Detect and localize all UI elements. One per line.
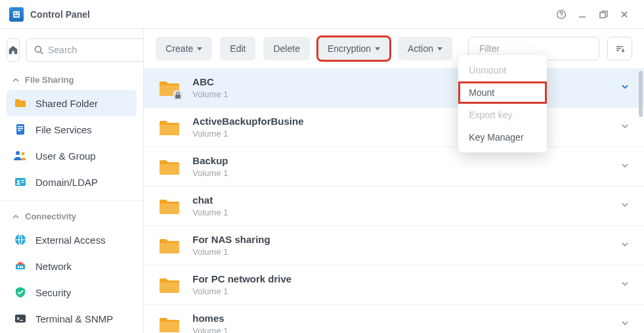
- scrollbar[interactable]: [639, 71, 643, 117]
- chevron-down-icon: [375, 47, 380, 51]
- folder-icon: [158, 118, 181, 137]
- folder-name: chat: [192, 194, 620, 206]
- filter-input[interactable]: [479, 43, 594, 54]
- folder-icon: [158, 315, 181, 334]
- folder-icon: [158, 79, 181, 97]
- id-icon: [13, 175, 28, 189]
- list-item[interactable]: For PC network drive Volume 1: [144, 265, 644, 305]
- svg-rect-12: [18, 130, 21, 131]
- svg-rect-1: [14, 12, 16, 14]
- chevron-up-icon: [12, 213, 20, 221]
- folder-icon: [158, 276, 181, 294]
- svg-point-16: [17, 180, 20, 183]
- svg-point-8: [35, 47, 41, 53]
- search-input[interactable]: [48, 45, 144, 55]
- chevron-down-icon[interactable]: [620, 279, 630, 290]
- sidebar-item-domain-ldap[interactable]: Domain/LDAP: [7, 169, 137, 195]
- svg-rect-25: [20, 320, 23, 321]
- section-connectivity[interactable]: Connectivity: [7, 206, 137, 227]
- sidebar-item-label: Terminal & SNMP: [35, 313, 113, 324]
- svg-point-14: [22, 152, 25, 156]
- folder-sub: Volume 1: [192, 168, 620, 178]
- chevron-down-icon[interactable]: [620, 200, 630, 211]
- section-file-sharing[interactable]: File Sharing: [7, 70, 137, 90]
- search-input-wrapper[interactable]: [26, 38, 144, 62]
- chevron-down-icon: [197, 47, 202, 51]
- minimize-button[interactable]: [572, 4, 593, 25]
- sidebar-item-terminal-snmp[interactable]: Terminal & SNMP: [7, 305, 137, 332]
- svg-rect-6: [579, 16, 586, 18]
- main-panel: Create Edit Delete Encryption Action: [144, 29, 644, 333]
- network-icon: [13, 259, 28, 273]
- svg-rect-9: [16, 124, 24, 135]
- menu-item-key-manager[interactable]: Key Manager: [458, 126, 547, 148]
- app-icon: [9, 7, 24, 22]
- toolbar: Create Edit Delete Encryption Action: [144, 29, 644, 68]
- window-title: Control Panel: [30, 9, 90, 20]
- folder-sub: Volume 1: [192, 286, 620, 296]
- sidebar-item-external-access[interactable]: External Access: [7, 227, 137, 253]
- menu-item-mount[interactable]: Mount: [458, 81, 547, 104]
- list-item[interactable]: ActiveBackupforBusine Volume 1: [144, 108, 644, 147]
- sidebar-item-security[interactable]: Security: [7, 279, 137, 305]
- chevron-down-icon[interactable]: [620, 240, 630, 251]
- edit-button[interactable]: Edit: [220, 37, 255, 60]
- folder-sub: Volume 1: [192, 208, 620, 217]
- titlebar: Control Panel: [0, 0, 644, 29]
- chevron-down-icon[interactable]: [620, 161, 630, 172]
- menu-item-export-key: Export key: [458, 104, 547, 126]
- create-button[interactable]: Create: [156, 37, 212, 60]
- folder-icon: [158, 236, 181, 255]
- list-item[interactable]: chat Volume 1: [144, 187, 644, 226]
- list-item[interactable]: ABC Volume 1: [144, 68, 644, 108]
- svg-point-5: [561, 16, 561, 16]
- sidebar-item-shared-folder[interactable]: Shared Folder: [7, 90, 137, 116]
- list-item[interactable]: For NAS sharing Volume 1: [144, 226, 644, 265]
- folder-sub: Volume 1: [192, 247, 620, 257]
- chevron-down-icon[interactable]: [620, 82, 630, 93]
- sidebar-item-file-services[interactable]: File Services: [7, 116, 137, 143]
- action-button[interactable]: Action: [398, 37, 452, 60]
- search-icon: [33, 45, 44, 55]
- chevron-down-icon[interactable]: [620, 122, 630, 133]
- folder-name: Backup: [192, 155, 620, 166]
- home-button[interactable]: [7, 38, 20, 62]
- svg-rect-18: [21, 182, 24, 183]
- sidebar-item-label: Shared Folder: [35, 98, 98, 109]
- svg-rect-2: [17, 12, 18, 14]
- encryption-dropdown: Unmount Mount Export key Key Manager: [458, 55, 547, 152]
- folder-icon: [13, 97, 28, 110]
- sidebar-item-label: Domain/LDAP: [35, 177, 98, 188]
- sidebar-item-user-group[interactable]: User & Group: [7, 143, 137, 169]
- svg-rect-7: [600, 12, 605, 18]
- folder-sub: Volume 1: [192, 129, 620, 139]
- maximize-button[interactable]: [593, 4, 614, 25]
- sort-button[interactable]: [607, 37, 632, 60]
- sidebar-item-label: User & Group: [35, 150, 96, 162]
- folder-name: homes: [192, 313, 620, 324]
- folder-sub: Volume 1: [192, 89, 620, 99]
- folder-name: ABC: [192, 76, 620, 87]
- svg-rect-3: [14, 15, 18, 16]
- chevron-down-icon: [437, 47, 442, 51]
- svg-rect-22: [20, 266, 21, 268]
- sidebar-item-label: Security: [35, 287, 71, 298]
- folder-sub: Volume 1: [192, 326, 620, 333]
- svg-rect-10: [18, 126, 23, 127]
- sidebar-item-network[interactable]: Network: [7, 253, 137, 279]
- list-item[interactable]: Backup Volume 1: [144, 147, 644, 187]
- chevron-down-icon[interactable]: [620, 319, 630, 330]
- lock-icon: [173, 91, 182, 100]
- svg-rect-11: [18, 128, 23, 129]
- encryption-button[interactable]: Encryption: [318, 37, 390, 60]
- svg-rect-21: [18, 266, 19, 268]
- list-item[interactable]: homes Volume 1: [144, 305, 644, 333]
- help-button[interactable]: [551, 4, 572, 25]
- folder-icon: [158, 158, 181, 176]
- svg-rect-26: [175, 95, 181, 99]
- sidebar-item-label: Network: [35, 261, 72, 272]
- svg-rect-0: [13, 11, 20, 18]
- delete-button[interactable]: Delete: [263, 37, 309, 60]
- folder-icon: [158, 197, 181, 215]
- close-button[interactable]: [614, 4, 635, 25]
